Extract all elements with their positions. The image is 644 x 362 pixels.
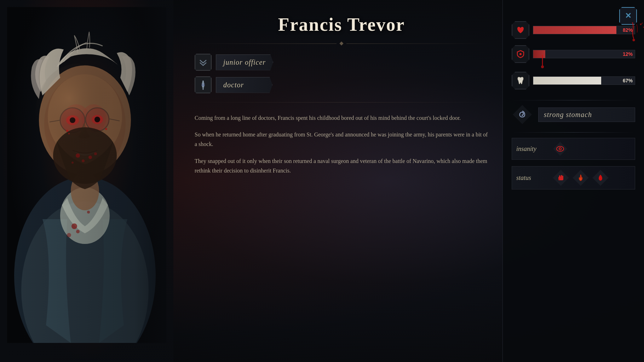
health-value: 82% [623,27,633,33]
trait-label-box: strong stomach [538,107,635,122]
tag-rank: junior officer [195,54,488,71]
svg-rect-59 [562,176,563,178]
tooth-icon-box [512,72,529,89]
shield-bar-wrap: 12% [533,50,635,58]
bio-paragraph-2: So when he returned home after graduatin… [195,130,488,149]
fist-status-icon [552,169,569,186]
shield-bar-bg: 12% [533,50,635,58]
trait-icon-box [512,104,533,125]
svg-rect-57 [559,175,560,178]
insanity-row: insanity [512,138,635,160]
status-icons-group [552,169,609,186]
svg-point-48 [519,53,522,55]
shield-bar-container: 12% [512,45,635,63]
trait-name: strong stomach [544,111,592,119]
blood-status-icon [592,169,609,186]
insanity-divider [512,132,635,133]
svg-point-44 [640,24,642,25]
character-portrait [7,7,166,343]
role-label: doctor [216,77,272,93]
main-content: Francis Trevor junior officer [173,0,510,362]
bio-divider [195,102,488,103]
insanity-label: insanity [516,145,548,153]
svg-point-55 [559,148,560,149]
character-name: Francis Trevor [195,14,488,35]
insanity-icon [552,141,568,157]
shield-drip [538,55,547,71]
eye-icon [556,145,564,153]
svg-rect-38 [202,82,204,87]
tags-section: junior officer doctor [195,54,488,93]
tag-role: doctor [195,76,488,93]
svg-rect-58 [561,175,562,177]
stats-panel: ✕ 82% [502,0,644,362]
bio-paragraph-1: Coming from a long line of doctors, Fran… [195,113,488,123]
fist-icon [556,173,565,182]
bio-paragraph-3: They snapped out of it only when their s… [195,156,488,175]
rank-label: junior officer [216,54,273,70]
shield-icon [516,49,525,59]
tooth-icon [516,76,525,85]
health-bar-wrap: 82% [533,26,635,34]
status-row: status [512,166,635,189]
blood-drop-icon [596,173,605,182]
flame-icon [576,173,585,182]
health-bar-bg: 82% [533,26,635,34]
health-bar-container: 82% [512,21,635,39]
role-icon-box [195,76,212,93]
svg-point-51 [522,115,523,116]
svg-point-43 [633,39,635,41]
divider-diamond [339,41,343,45]
trait-strong-stomach: strong stomach [512,104,635,125]
trait-section-divider [512,100,635,100]
status-label: status [516,174,548,182]
flame-status-icon [572,169,589,186]
svg-rect-60 [558,179,559,180]
swirl-icon [517,109,528,120]
shield-icon-box [512,45,529,63]
tooth-bar-fill [533,77,601,84]
health-icon-box [512,21,529,39]
svg-point-46 [642,23,642,24]
shield-value: 12% [623,51,633,57]
morale-bar-container: 67% [512,72,635,89]
portrait-area [0,0,173,362]
close-button[interactable]: ✕ [619,7,637,25]
close-icon: ✕ [625,12,631,20]
tooth-bar-bg: 67% [533,76,635,85]
rank-icon-box [195,54,212,71]
chevrons-icon [198,57,208,67]
tooth-bar-wrap: 67% [533,76,635,85]
tooth-value: 67% [623,78,633,83]
svg-rect-36 [7,7,166,343]
svg-point-50 [541,65,544,68]
heart-icon [516,25,525,35]
bio-section: Coming from a long line of doctors, Fran… [195,113,488,175]
title-divider [195,42,488,45]
health-bar-fill [533,26,616,34]
syringe-icon [199,80,207,90]
